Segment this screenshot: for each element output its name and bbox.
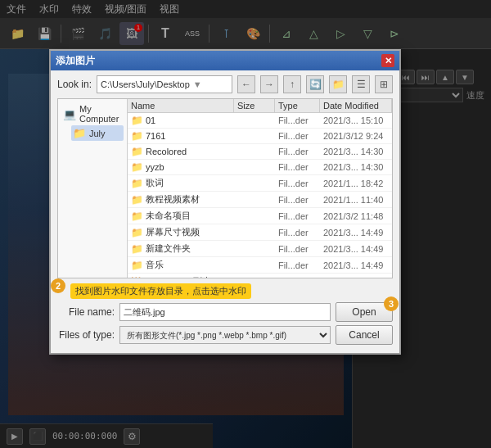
dialog-title: 添加图片	[56, 54, 95, 68]
file-name-cell: 📁Recolored	[128, 145, 234, 158]
cancel-button[interactable]: Cancel	[336, 325, 393, 345]
file-row[interactable]: 🖼5211508...9.副本.jpg 34...KiB jpg File 20…	[128, 274, 392, 278]
computer-icon: 💻	[63, 108, 76, 120]
file-size-cell	[234, 199, 275, 201]
file-date-cell: 2021/1... 18:42	[320, 178, 392, 189]
file-size-cell	[234, 166, 275, 168]
file-date-cell: 2021/3... 14:49	[320, 243, 392, 255]
tree-computer-label: My Computer	[79, 104, 122, 124]
file-row[interactable]: 📁01 Fil...der 2021/3... 15:10	[128, 113, 392, 129]
annotation-2-text: 找到图片水印文件存放目录，点击选中水印	[70, 283, 251, 299]
file-date-cell: 2021/3... 14:49	[320, 227, 392, 238]
file-date-cell: 2021/3... 14:49	[320, 260, 392, 271]
annotation-3-circle: 3	[384, 296, 399, 311]
file-date-cell: 2021/3... 14:30	[320, 146, 392, 157]
file-type-cell: Fil...der	[275, 178, 320, 189]
file-name-cell: 📁01	[128, 114, 234, 127]
view-list-button[interactable]: ☰	[352, 75, 370, 93]
file-date-cell: 2021/3... 15:10	[320, 115, 392, 126]
dialog-titlebar: 添加图片 ✕	[51, 51, 399, 70]
file-row[interactable]: 📁歌词 Fil...der 2021/1... 18:42	[128, 175, 392, 192]
file-name-cell: 📁音乐	[128, 258, 234, 272]
filetype-select[interactable]: 所有图形文件(*.jpg *.png *.webp *.bmp *.gif)	[119, 326, 331, 344]
file-type-cell: Fil...der	[275, 130, 320, 142]
file-list-header: Name Size Type Date Modified	[128, 99, 392, 113]
file-row[interactable]: 📁Recolored Fil...der 2021/3... 14:30	[128, 144, 392, 160]
file-type-cell: Fil...der	[275, 260, 320, 271]
tree-july[interactable]: 📁 July	[71, 125, 124, 141]
nav-up-button[interactable]: ↑	[283, 75, 301, 93]
view-grid-button[interactable]: ⊞	[375, 75, 393, 93]
file-name-cell: 📁教程视频素材	[128, 192, 234, 206]
file-list-panel: Name Size Type Date Modified 📁01 Fil...d…	[128, 99, 392, 278]
file-size-cell: 34...KiB	[234, 276, 275, 278]
file-type-cell: Fil...der	[275, 210, 320, 222]
file-size-cell	[234, 151, 275, 152]
filetype-row: Files of type: 所有图形文件(*.jpg *.png *.webp…	[57, 325, 393, 345]
file-name-cell: 📁屏幕尺寸视频	[128, 225, 234, 239]
look-in-row: Look in: C:\Users\July\Desktop ▼ ← → ↑ 🔄…	[57, 75, 393, 93]
tree-panel: 💻 My Computer 📁 July	[58, 99, 128, 278]
header-type[interactable]: Type	[275, 99, 320, 112]
annotation-2-circle: 2	[51, 278, 65, 293]
file-size-cell	[234, 183, 275, 184]
file-name-cell: 📁歌词	[128, 176, 234, 190]
nav-forward-button[interactable]: →	[260, 75, 278, 93]
filename-row: File name: Open 3	[57, 302, 393, 322]
file-name-cell: 📁未命名项目	[128, 209, 234, 223]
path-display: C:\Users\July\Desktop ▼	[97, 75, 232, 93]
file-type-cell: Fil...der	[275, 146, 320, 157]
file-row[interactable]: 📁屏幕尺寸视频 Fil...der 2021/3... 14:49	[128, 224, 392, 241]
tree-july-label: July	[89, 129, 106, 138]
file-row[interactable]: 📁未命名项目 Fil...der 2021/3/2 11:48	[128, 208, 392, 224]
look-in-label: Look in:	[57, 79, 92, 90]
file-type-cell: Fil...der	[275, 243, 320, 255]
file-row[interactable]: 📁yyzb Fil...der 2021/3... 14:30	[128, 160, 392, 175]
file-date-cell: 2021/1... 11:40	[320, 194, 392, 206]
july-folder-icon: 📁	[73, 127, 86, 139]
file-row[interactable]: 📁音乐 Fil...der 2021/3... 14:49	[128, 257, 392, 274]
filename-label: File name:	[57, 306, 115, 318]
nav-folder-button[interactable]: 📁	[329, 75, 347, 93]
file-date-cell: 2021/3/12 9:24	[320, 130, 392, 142]
dialog-body: Look in: C:\Users\July\Desktop ▼ ← → ↑ 🔄…	[51, 70, 399, 353]
file-row[interactable]: 📁7161 Fil...der 2021/3/12 9:24	[128, 129, 392, 144]
header-size[interactable]: Size	[234, 99, 275, 112]
file-type-cell: Fil...der	[275, 115, 320, 126]
file-name-cell: 📁yyzb	[128, 161, 234, 174]
file-name-cell: 📁7161	[128, 129, 234, 143]
file-type-cell: Fil...der	[275, 194, 320, 206]
file-date-cell: 2021/3/2 11:48	[320, 210, 392, 222]
open-button[interactable]: Open 3	[336, 302, 393, 322]
dialog-close-button[interactable]: ✕	[381, 54, 394, 67]
header-date[interactable]: Date Modified	[320, 99, 392, 112]
file-name-cell: 📁新建文件夹	[128, 242, 234, 256]
file-size-cell	[234, 232, 275, 233]
file-row[interactable]: 📁新建文件夹 Fil...der 2021/3... 14:49	[128, 241, 392, 257]
filename-input[interactable]	[119, 303, 331, 321]
file-size-cell	[234, 248, 275, 250]
nav-back-button[interactable]: ←	[237, 75, 255, 93]
file-size-cell	[234, 265, 275, 266]
file-type-cell: jpg File	[275, 276, 320, 278]
file-dialog: 添加图片 ✕ Look in: C:\Users\July\Desktop ▼ …	[49, 49, 401, 355]
file-type-cell: Fil...der	[275, 161, 320, 173]
file-browser: 💻 My Computer 📁 July Name Size Type Date…	[57, 98, 393, 278]
file-size-cell	[234, 120, 275, 121]
header-name[interactable]: Name	[128, 99, 234, 112]
file-size-cell	[234, 215, 275, 217]
dialog-overlay: 添加图片 ✕ Look in: C:\Users\July\Desktop ▼ …	[0, 0, 491, 448]
file-row[interactable]: 📁教程视频素材 Fil...der 2021/1... 11:40	[128, 192, 392, 208]
file-type-cell: Fil...der	[275, 227, 320, 238]
file-size-cell	[234, 135, 275, 137]
file-date-cell: 2020/5/8 13:59	[320, 276, 392, 278]
tree-my-computer[interactable]: 💻 My Computer	[61, 102, 124, 125]
nav-refresh-button[interactable]: 🔄	[306, 75, 324, 93]
file-date-cell: 2021/3... 14:30	[320, 161, 392, 173]
filetype-label: Files of type:	[57, 329, 115, 341]
path-text: C:\Users\July\Desktop	[101, 79, 190, 89]
file-name-cell: 🖼5211508...9.副本.jpg	[128, 274, 234, 278]
